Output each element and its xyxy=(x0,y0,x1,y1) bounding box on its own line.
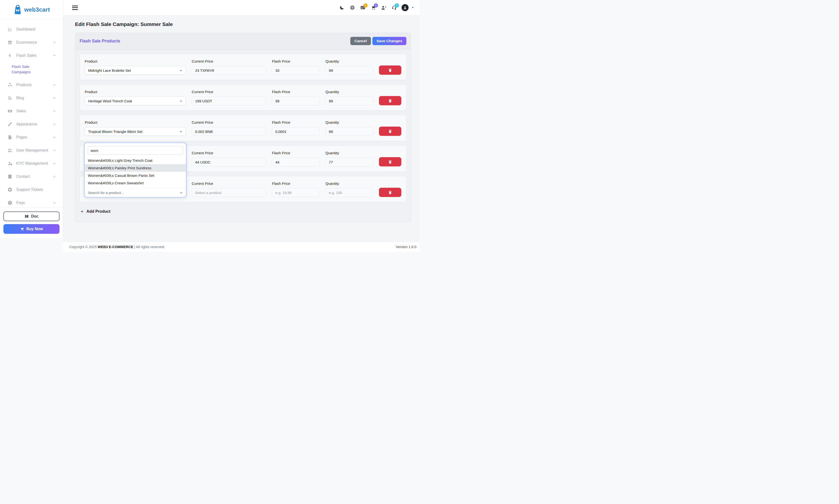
chevron-down-icon xyxy=(53,109,56,113)
quantity-input[interactable] xyxy=(326,127,373,136)
quantity-cell: Quantity xyxy=(326,90,373,105)
picker-option[interactable]: Women&#039;s Casual Brown Pants Set xyxy=(85,172,186,179)
profile-menu-caret[interactable] xyxy=(411,5,414,10)
sidebar-item-sales[interactable]: Sales xyxy=(0,105,63,118)
flash-price-input[interactable] xyxy=(272,158,320,166)
sidebar-item-flash-sales[interactable]: Flash Sales xyxy=(0,49,63,62)
user-avatar[interactable] xyxy=(401,4,409,11)
orders-cart-button[interactable]: 1 xyxy=(370,5,376,11)
product-picker-dropdown: Women&#039;s Light Grey Trench Coat Wome… xyxy=(85,143,186,197)
sidebar-item-products[interactable]: Products xyxy=(0,78,63,91)
blog-icon xyxy=(7,95,13,101)
sidebar-item-contact[interactable]: Contact xyxy=(0,170,63,183)
sidebar-item-flash-sale-campaigns[interactable]: Flash Sale Campaigns xyxy=(12,64,48,75)
flash-price-cell: Flash Price xyxy=(272,181,320,197)
language-button[interactable] xyxy=(349,5,355,11)
shopping-bag-logo-icon xyxy=(13,5,22,15)
flash-price-input[interactable] xyxy=(272,188,320,197)
quantity-input[interactable] xyxy=(326,188,373,197)
kyc-requests-button[interactable]: 1 xyxy=(360,5,365,11)
sidebar-item-label: Support Tickets xyxy=(16,187,56,192)
copyright-prefix: Copyright © 2025 xyxy=(69,245,97,249)
buy-now-button-label: Buy Now xyxy=(26,227,43,231)
add-product-button[interactable]: Add Product xyxy=(80,206,111,218)
footer: Copyright © 2025 WEB3 E-COMMERCE | All r… xyxy=(63,241,420,252)
picker-options-list: Women&#039;s Light Grey Trench Coat Wome… xyxy=(85,157,186,187)
picker-option-highlighted[interactable]: Women&#039;s Paisley Print Sundress xyxy=(85,164,186,172)
sidebar-bottom-panel: Doc Buy Now xyxy=(0,208,63,238)
picker-search-wrap xyxy=(85,143,186,157)
sidebar-toggle-button[interactable] xyxy=(72,5,78,10)
flash-price-label: Flash Price xyxy=(272,181,320,185)
add-user-button[interactable] xyxy=(381,5,387,11)
quantity-label: Quantity xyxy=(326,151,373,155)
sidebar-item-label: Dashboard xyxy=(16,27,56,32)
dark-mode-toggle[interactable] xyxy=(339,5,345,11)
support-button[interactable]: 1 xyxy=(391,5,397,11)
flash-price-input[interactable] xyxy=(272,66,320,75)
app-root: web3cart Dashboard Ecommerce Flash Sales… xyxy=(0,0,420,252)
sidebar-item-dashboard[interactable]: Dashboard xyxy=(0,23,63,36)
sidebar-item-faqs[interactable]: ? Faqs xyxy=(0,196,63,208)
flash-price-label: Flash Price xyxy=(272,90,320,94)
product-select[interactable]: Midnight Lace Bralette Set xyxy=(85,66,186,75)
buy-now-button[interactable]: Buy Now xyxy=(3,224,59,234)
store-icon xyxy=(7,40,13,45)
picker-option[interactable]: Women&#039;s Light Grey Trench Coat xyxy=(85,157,186,164)
sidebar-item-kyc-management[interactable]: KYC Management xyxy=(0,157,63,170)
sidebar-item-ecommerce[interactable]: Ecommerce xyxy=(0,36,63,49)
remove-row-button[interactable] xyxy=(379,127,401,136)
remove-row-button[interactable] xyxy=(379,66,401,75)
product-row: Product Heritage Wool Trench Coat Curren… xyxy=(80,85,406,111)
chevron-down-icon xyxy=(53,201,56,204)
user-icon xyxy=(403,5,407,10)
current-price-label: Current Price xyxy=(192,90,266,94)
picker-option[interactable]: Women&#039;s Cream Sweatshirt xyxy=(85,179,186,187)
sidebar-item-user-management[interactable]: User Management xyxy=(0,144,63,157)
product-select[interactable]: Tropical Bloom Triangle Bikini Set xyxy=(85,127,186,136)
product-select[interactable]: Search for a product... xyxy=(85,188,186,197)
quantity-input[interactable] xyxy=(326,96,373,105)
save-changes-button[interactable]: Save Changes xyxy=(372,37,406,45)
sidebar-item-blog[interactable]: Blog xyxy=(0,91,63,105)
remove-row-button[interactable] xyxy=(379,157,401,166)
trash-icon xyxy=(388,68,392,72)
flash-price-cell: Flash Price xyxy=(272,90,320,105)
current-price-label: Current Price xyxy=(192,120,266,124)
remove-row-button[interactable] xyxy=(379,188,401,197)
doc-button[interactable]: Doc xyxy=(3,212,59,221)
flash-price-input[interactable] xyxy=(272,127,320,136)
chevron-down-icon xyxy=(179,69,183,72)
trash-icon xyxy=(388,160,392,164)
sidebar-item-pages[interactable]: Pages xyxy=(0,131,63,144)
current-price-input[interactable] xyxy=(192,127,266,136)
current-price-label: Current Price xyxy=(192,151,266,155)
flash-price-cell: Flash Price xyxy=(272,59,320,75)
product-row: Product Women&#039;s Light Grey Trench C… xyxy=(80,176,406,202)
trash-icon xyxy=(388,191,392,194)
sidebar-item-label: Pages xyxy=(16,135,53,140)
current-price-input[interactable] xyxy=(192,66,266,75)
current-price-input[interactable] xyxy=(192,188,266,197)
sidebar: web3cart Dashboard Ecommerce Flash Sales… xyxy=(0,0,63,238)
sidebar-item-label: Blog xyxy=(16,96,53,100)
current-price-input[interactable] xyxy=(192,96,266,105)
logo-area[interactable]: web3cart xyxy=(0,0,63,19)
product-search-input[interactable] xyxy=(88,146,183,155)
current-price-input[interactable] xyxy=(192,158,266,166)
quantity-input[interactable] xyxy=(326,66,373,75)
copyright-suffix: | All rights reserved. xyxy=(134,245,165,249)
quantity-input[interactable] xyxy=(326,158,373,166)
flash-price-label: Flash Price xyxy=(272,151,320,155)
product-cell: Product Midnight Lace Bralette Set xyxy=(85,59,186,75)
sidebar-item-support-tickets[interactable]: Support Tickets xyxy=(0,183,63,196)
cancel-button[interactable]: Cancel xyxy=(350,37,371,45)
product-select[interactable]: Heritage Wool Trench Coat xyxy=(85,96,186,105)
file-icon xyxy=(7,134,13,140)
sidebar-item-appearance[interactable]: Appearance xyxy=(0,118,63,131)
flash-price-input[interactable] xyxy=(272,96,320,105)
flash-price-label: Flash Price xyxy=(272,120,320,124)
globe-icon xyxy=(350,5,355,10)
product-row: Product Tropical Bloom Triangle Bikini S… xyxy=(80,115,406,141)
remove-row-button[interactable] xyxy=(379,96,401,105)
